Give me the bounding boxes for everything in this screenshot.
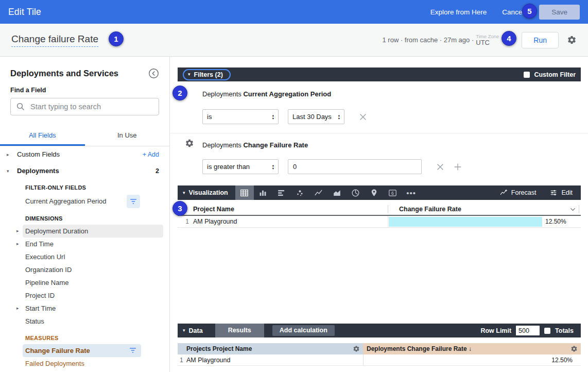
field-pipeline-name[interactable]: Pipeline Name <box>0 276 169 289</box>
custom-filter-label: Custom Filter <box>534 71 576 78</box>
data-table-row: 1 AM Playground 12.50% <box>178 354 581 366</box>
expand-right-icon[interactable]: ▸ <box>16 302 19 315</box>
selected-value: Last 30 Days <box>292 113 332 121</box>
annotation-circle-5: 5 <box>522 4 537 19</box>
filter1-operator-select[interactable]: is ▴▾ <box>202 109 279 124</box>
data-col-project-name[interactable]: Projects Project Name <box>178 343 363 354</box>
deployments-view-group[interactable]: ▾ Deployments 2 <box>0 163 169 179</box>
cancel-button[interactable]: Cancel <box>502 8 524 16</box>
tile-title-bar: Change failure Rate 1 row · from cache ·… <box>0 24 588 57</box>
viz-type-line-chart-icon[interactable] <box>309 185 328 200</box>
filter1-view-name: Deployments <box>202 90 243 98</box>
custom-fields-label: Custom Fields <box>17 150 60 158</box>
filter2-operator-select[interactable]: is greater than ▴▾ <box>202 159 279 174</box>
viz-type-scatter-icon[interactable] <box>291 185 309 200</box>
field-search-input[interactable] <box>30 103 153 111</box>
column-gear-icon[interactable] <box>353 345 360 352</box>
collapse-sidebar-icon[interactable] <box>148 68 159 79</box>
visualization-toggle[interactable]: ▾ Visualization <box>183 189 228 196</box>
field-end-time[interactable]: ▸ End Time <box>0 238 169 250</box>
field-change-failure-rate[interactable]: Change Failure Rate <box>0 344 169 357</box>
viz-table-header: Project Name Change Failure Rate <box>178 203 581 216</box>
filter2-value-input[interactable] <box>288 159 422 174</box>
viz-type-map-icon[interactable] <box>365 185 384 200</box>
viz-type-pie-chart-icon[interactable] <box>347 185 365 200</box>
data-section-bar: ▾ Data Results Add calculation Row Limit… <box>178 324 581 337</box>
filter-active-icon[interactable] <box>129 346 137 354</box>
add-custom-field-button[interactable]: + Add <box>143 146 159 163</box>
filters-toggle[interactable]: ▾ Filters (2) <box>183 69 231 80</box>
column-divider <box>388 205 388 213</box>
expand-down-icon[interactable]: ▾ <box>7 163 9 179</box>
viz-type-more-icon[interactable]: ••• <box>402 185 421 200</box>
field-failed-deployments[interactable]: Failed Deployments <box>0 357 169 370</box>
field-search-box[interactable] <box>10 98 159 115</box>
explore-title: Deployments and Services <box>10 69 118 78</box>
filter-divider <box>170 133 588 133</box>
main-panel: ▾ Filters (2) Custom Filter Deployments … <box>170 57 588 372</box>
totals-checkbox[interactable] <box>544 328 550 334</box>
expand-right-icon[interactable]: ▸ <box>16 238 19 250</box>
viz-col-project-name[interactable]: Project Name <box>193 203 234 215</box>
custom-fields-group[interactable]: ▸ Custom Fields + Add <box>0 146 169 163</box>
page-title: Edit Tile <box>8 7 41 18</box>
viz-type-table-icon[interactable] <box>235 185 254 200</box>
custom-filter-checkbox[interactable] <box>524 72 530 78</box>
filter2-settings-gear-icon[interactable] <box>185 139 194 148</box>
results-tab[interactable]: Results <box>215 324 264 337</box>
query-settings-gear-icon[interactable] <box>567 35 577 45</box>
viz-col-change-failure-rate[interactable]: Change Failure Rate <box>399 203 461 215</box>
add-calculation-button[interactable]: Add calculation <box>272 325 335 336</box>
filter1-value-select[interactable]: Last 30 Days ▴▾ <box>288 109 344 124</box>
column-divider <box>388 216 388 227</box>
data-bar-label: Data <box>189 327 203 334</box>
query-status-text: 1 row · from cache · 27m ago · <box>383 36 474 44</box>
tab-in-use[interactable]: In Use <box>85 126 170 146</box>
deployments-view-label: Deployments <box>17 167 59 175</box>
field-label: Change Failure Rate <box>25 347 90 354</box>
viz-type-single-value-icon[interactable] <box>384 185 402 200</box>
data-col-change-failure-rate[interactable]: Deployments Change Failure Rate ↓ <box>363 343 581 354</box>
field-execution-url[interactable]: Execution Url <box>0 250 169 263</box>
selected-operator: is greater than <box>207 163 250 171</box>
field-label: Project ID <box>25 292 55 299</box>
column-menu-chevron-icon[interactable] <box>569 206 577 213</box>
save-button[interactable]: Save <box>539 5 580 20</box>
chevron-down-icon: ▾ <box>188 72 191 77</box>
fields-in-use-count: 2 <box>155 163 159 179</box>
forecast-button[interactable]: Forecast <box>499 189 537 197</box>
filter2-controls: is greater than ▴▾ <box>202 159 463 174</box>
tile-title-input[interactable]: Change failure Rate <box>11 33 98 47</box>
run-button[interactable]: Run <box>522 32 559 48</box>
data-toggle[interactable]: ▾ Data <box>183 327 203 334</box>
explore-from-here-link[interactable]: Explore from Here <box>430 8 487 16</box>
remove-filter-icon[interactable] <box>435 162 445 172</box>
field-status[interactable]: Status <box>0 315 169 328</box>
add-filter-icon[interactable] <box>453 162 463 172</box>
column-gear-icon[interactable] <box>570 345 578 352</box>
field-project-id[interactable]: Project ID <box>0 289 169 302</box>
edit-tile-window: Edit Tile Explore from Here Cancel Save … <box>0 0 588 372</box>
row-limit-input[interactable] <box>516 326 540 335</box>
edit-viz-button[interactable]: Edit <box>549 189 573 197</box>
remove-filter-icon[interactable] <box>358 112 368 122</box>
field-organization-id[interactable]: Organization ID <box>0 263 169 276</box>
field-label: Current Aggregation Period <box>25 197 107 205</box>
field-start-time[interactable]: ▸ Start Time <box>0 302 169 315</box>
field-deployment-duration[interactable]: ▸ Deployment Duration <box>0 225 169 238</box>
viz-type-area-chart-icon[interactable] <box>328 185 347 200</box>
viz-type-bar-chart-icon[interactable] <box>272 185 291 200</box>
tab-all-fields[interactable]: All Fields <box>0 126 85 146</box>
filter1-field-label: Deployments Current Aggregation Period <box>202 90 331 98</box>
sidebar-header: Deployments and Services <box>0 57 169 79</box>
field-current-aggregation-period[interactable]: Current Aggregation Period <box>0 194 169 209</box>
filter-active-icon[interactable] <box>127 195 140 208</box>
data-table-header: Projects Project Name Deployments Change… <box>178 343 581 354</box>
expand-right-icon[interactable]: ▸ <box>7 146 9 163</box>
totals-label: Totals <box>555 327 574 334</box>
annotation-circle-3: 3 <box>172 201 187 216</box>
filter1-controls: is ▴▾ Last 30 Days ▴▾ <box>202 109 368 124</box>
viz-type-column-chart-icon[interactable] <box>254 185 272 200</box>
expand-right-icon[interactable]: ▸ <box>16 225 19 238</box>
header-actions: Explore from Here Cancel Save <box>430 5 580 20</box>
